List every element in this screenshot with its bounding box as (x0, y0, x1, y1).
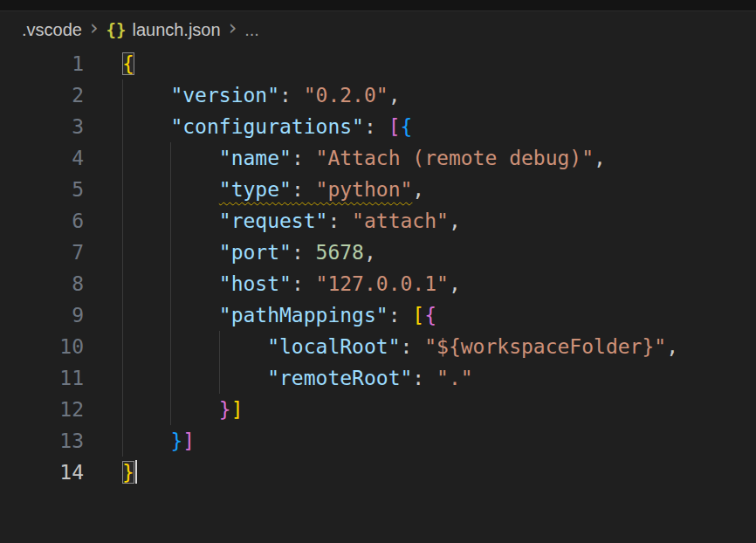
indent-guide (122, 205, 123, 237)
code-line[interactable]: 8 "host": "127.0.0.1", (0, 268, 756, 299)
code-token: , (364, 241, 376, 264)
code-content: "version": "0.2.0", (122, 79, 401, 111)
code-content: }] (122, 394, 244, 425)
code-token: "python" (316, 178, 413, 201)
indent-guide (170, 268, 171, 299)
indent-guide (170, 299, 171, 331)
code-token: 5678 (316, 241, 364, 264)
code-content: "configurations": [{ (122, 111, 412, 142)
code-line[interactable]: 10 "localRoot": "${workspaceFolder}", (0, 331, 756, 362)
code-token: "127.0.0.1" (316, 272, 449, 295)
code-token: { (401, 115, 413, 138)
code-token: "0.2.0" (304, 84, 388, 107)
matched-bracket: } (122, 461, 134, 484)
code-line[interactable]: 13 }] (0, 425, 756, 457)
code-token: : (292, 241, 316, 264)
matched-bracket: { (122, 52, 134, 75)
code-token: } (219, 398, 231, 421)
code-content: "localRoot": "${workspaceFolder}", (122, 331, 678, 362)
code-token: , (449, 272, 461, 295)
code-token: : (292, 178, 316, 201)
line-number[interactable]: 6 (0, 205, 84, 237)
line-number[interactable]: 8 (0, 268, 84, 299)
breadcrumb-item-file[interactable]: {} launch.json (107, 20, 221, 40)
indent-guide (122, 111, 123, 142)
code-content: { (122, 48, 134, 79)
indent-guide (122, 174, 123, 205)
breadcrumb-file-label: launch.json (132, 20, 220, 40)
breadcrumb-item-folder[interactable]: .vscode (22, 20, 82, 40)
code-line[interactable]: 1{ (0, 48, 756, 79)
editor[interactable]: 1{2 "version": "0.2.0",3 "configurations… (0, 48, 756, 488)
code-content: "name": "Attach (remote debug)", (122, 142, 606, 174)
code-token: ] (231, 398, 244, 421)
indent-guide (122, 299, 123, 331)
code-line[interactable]: 7 "port": 5678, (0, 237, 756, 268)
code-token: "remoteRoot" (267, 367, 412, 389)
indent-guide (122, 394, 123, 425)
indent-guide (122, 79, 123, 111)
code-token: , (388, 84, 401, 107)
code-content: "host": "127.0.0.1", (122, 268, 461, 299)
code-line[interactable]: 9 "pathMappings": [{ (0, 299, 756, 331)
code-content: "type": "python", (122, 174, 424, 205)
code-token: [ (412, 304, 424, 326)
line-number[interactable]: 13 (0, 425, 84, 457)
line-number[interactable]: 11 (0, 362, 84, 394)
indent-guide (122, 268, 123, 299)
line-number[interactable]: 12 (0, 394, 84, 425)
breadcrumb-item-symbols[interactable]: ... (244, 20, 259, 40)
code-token: , (594, 147, 606, 169)
code-content: }] (122, 425, 195, 457)
code-token: "version" (170, 84, 279, 107)
code-token: "type" (219, 178, 292, 201)
indent-guide (219, 362, 220, 394)
indent-guide (122, 425, 123, 457)
code-token: : (279, 84, 304, 107)
code-line[interactable]: 11 "remoteRoot": "." (0, 362, 756, 394)
json-file-icon: {} (107, 20, 127, 39)
code-token: { (424, 304, 436, 326)
code-line[interactable]: 5 "type": "python", (0, 174, 756, 205)
code-content: "request": "attach", (122, 205, 461, 237)
code-line[interactable]: 6 "request": "attach", (0, 205, 756, 237)
code-line[interactable]: 14} (0, 457, 756, 488)
code-token: "${workspaceFolder}" (424, 335, 666, 358)
code-token: , (449, 210, 461, 232)
code-content: "port": 5678, (122, 237, 376, 268)
line-number[interactable]: 2 (0, 79, 84, 111)
line-number[interactable]: 4 (0, 142, 84, 174)
code-token: "port" (219, 241, 292, 264)
indent-guide (122, 237, 123, 268)
indent-guide (122, 142, 123, 174)
line-number[interactable]: 1 (0, 48, 84, 79)
code-token: ] (182, 430, 195, 452)
code-content: "remoteRoot": "." (122, 362, 473, 394)
code-token: : (327, 210, 352, 232)
line-number[interactable]: 9 (0, 299, 84, 331)
code-token (122, 367, 267, 389)
code-token: } (170, 430, 182, 452)
indent-guide (170, 394, 171, 425)
code-token (122, 115, 170, 138)
code-line[interactable]: 4 "name": "Attach (remote debug)", (0, 142, 756, 174)
line-number[interactable]: 3 (0, 111, 84, 142)
line-number[interactable]: 14 (0, 457, 84, 488)
code-line[interactable]: 2 "version": "0.2.0", (0, 79, 756, 111)
code-token: [ (388, 115, 401, 138)
indent-guide (170, 331, 171, 362)
chevron-right-icon: › (229, 17, 237, 38)
text-cursor (135, 460, 137, 484)
line-number[interactable]: 10 (0, 331, 84, 362)
code-token: : (412, 367, 436, 389)
code-token: "attach" (352, 210, 449, 232)
code-line[interactable]: 12 }] (0, 394, 756, 425)
code-content: } (122, 457, 137, 488)
line-number[interactable]: 5 (0, 174, 84, 205)
code-token: : (388, 304, 413, 326)
code-token (122, 84, 170, 107)
code-token: "localRoot" (267, 335, 400, 358)
indent-guide (170, 142, 171, 174)
line-number[interactable]: 7 (0, 237, 84, 268)
code-line[interactable]: 3 "configurations": [{ (0, 111, 756, 142)
